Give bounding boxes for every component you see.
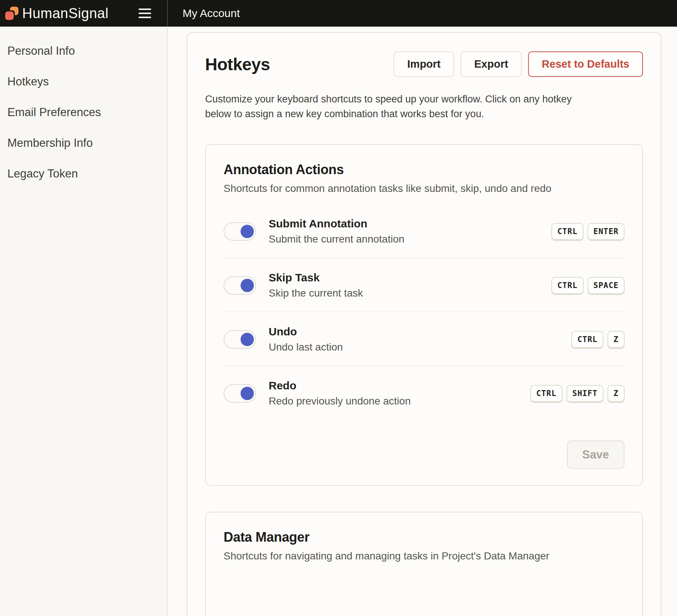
toggle-submit-annotation[interactable] (224, 222, 256, 241)
hotkey-combo: CTRL ENTER (551, 223, 625, 240)
sidebar-item-email-preferences[interactable]: Email Preferences (0, 97, 167, 128)
hotkeys-description: Customize your keyboard shortcuts to spe… (205, 92, 578, 121)
toggle-knob (241, 225, 254, 238)
toggle-knob (241, 387, 254, 400)
humansignal-logo[interactable]: HumanSignal (5, 6, 109, 20)
annotation-actions-title: Annotation Actions (224, 162, 625, 177)
export-button[interactable]: Export (460, 51, 522, 77)
sidebar: Personal Info Hotkeys Email Preferences … (0, 27, 168, 616)
header-actions: Import Export Reset to Defaults (394, 51, 643, 77)
row-text: Submit Annotation Submit the current ann… (269, 217, 551, 245)
key-space[interactable]: SPACE (588, 277, 625, 294)
hotkey-rows: Submit Annotation Submit the current ann… (224, 204, 625, 420)
toggle-knob (241, 333, 254, 346)
toggle-redo[interactable] (224, 384, 256, 403)
annotation-actions-subtitle: Shortcuts for common annotation tasks li… (224, 183, 625, 194)
hotkey-row-submit-annotation: Submit Annotation Submit the current ann… (224, 204, 625, 258)
toggle-knob (241, 279, 254, 292)
row-title: Redo (269, 379, 530, 392)
hotkey-combo: CTRL Z (571, 331, 625, 348)
toggle-undo[interactable] (224, 330, 256, 349)
reset-to-defaults-button[interactable]: Reset to Defaults (528, 51, 643, 77)
topbar: HumanSignal My Account (0, 0, 677, 27)
row-text: Skip Task Skip the current task (269, 271, 551, 299)
hotkeys-title: Hotkeys (205, 54, 394, 74)
annotation-actions-card: Annotation Actions Shortcuts for common … (205, 144, 643, 486)
row-subtitle: Undo last action (269, 341, 571, 353)
brand-name: HumanSignal (22, 6, 109, 20)
toggle-skip-task[interactable] (224, 276, 256, 295)
logo-square-coral (5, 11, 14, 20)
hotkey-row-skip-task: Skip Task Skip the current task CTRL SPA… (224, 258, 625, 312)
page-title: My Account (183, 7, 240, 20)
save-area: Save (224, 440, 625, 469)
key-ctrl[interactable]: CTRL (551, 223, 584, 240)
row-subtitle: Submit the current annotation (269, 233, 551, 245)
import-button[interactable]: Import (394, 51, 454, 77)
hamburger-menu-icon[interactable] (139, 7, 151, 20)
hotkey-combo: CTRL SPACE (551, 277, 625, 294)
sidebar-item-membership-info[interactable]: Membership Info (0, 128, 167, 158)
key-ctrl[interactable]: CTRL (571, 331, 603, 348)
hotkey-row-undo: Undo Undo last action CTRL Z (224, 312, 625, 366)
main-content: Hotkeys Import Export Reset to Defaults … (169, 27, 677, 616)
topbar-brand-area: HumanSignal (0, 0, 168, 27)
key-z[interactable]: Z (608, 331, 625, 348)
row-subtitle: Redo previously undone action (269, 395, 530, 407)
data-manager-title: Data Manager (224, 529, 625, 545)
hotkeys-panel: Hotkeys Import Export Reset to Defaults … (187, 32, 661, 616)
key-ctrl[interactable]: CTRL (551, 277, 584, 294)
sidebar-item-personal-info[interactable]: Personal Info (0, 35, 167, 66)
key-ctrl[interactable]: CTRL (530, 385, 562, 402)
sidebar-item-hotkeys[interactable]: Hotkeys (0, 66, 167, 97)
row-text: Undo Undo last action (269, 325, 571, 353)
hotkey-row-redo: Redo Redo previously undone action CTRL … (224, 366, 625, 420)
humansignal-logo-icon (5, 7, 18, 20)
row-subtitle: Skip the current task (269, 287, 551, 299)
data-manager-subtitle: Shortcuts for navigating and managing ta… (224, 550, 625, 562)
row-title: Undo (269, 325, 571, 338)
key-shift[interactable]: SHIFT (567, 385, 603, 402)
row-title: Skip Task (269, 271, 551, 284)
hotkeys-header: Hotkeys Import Export Reset to Defaults (205, 51, 643, 77)
key-enter[interactable]: ENTER (588, 223, 625, 240)
hotkey-combo: CTRL SHIFT Z (530, 385, 625, 402)
key-z[interactable]: Z (608, 385, 625, 402)
row-title: Submit Annotation (269, 217, 551, 230)
save-button[interactable]: Save (567, 440, 625, 469)
row-text: Redo Redo previously undone action (269, 379, 530, 407)
sidebar-item-legacy-token[interactable]: Legacy Token (0, 158, 167, 189)
data-manager-card: Data Manager Shortcuts for navigating an… (205, 512, 643, 616)
